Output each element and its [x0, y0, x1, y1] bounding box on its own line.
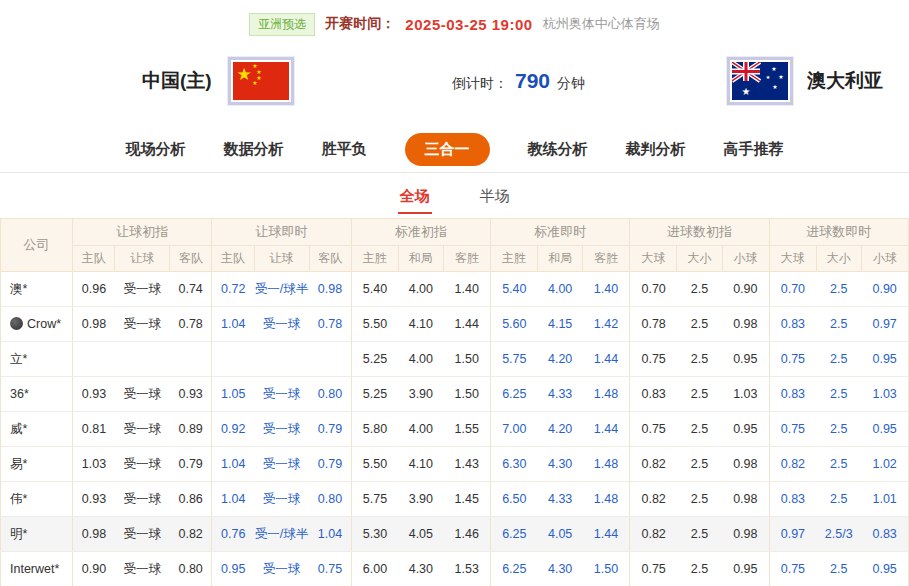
odds-cell[interactable]: 0.95	[861, 342, 908, 377]
odds-cell[interactable]: 受一球	[115, 307, 170, 342]
odds-cell[interactable]: 2.5	[677, 412, 722, 447]
odds-cell[interactable]: 1.43	[443, 447, 490, 482]
odds-cell[interactable]: 1.03	[861, 377, 908, 412]
odds-cell[interactable]: 5.50	[351, 447, 398, 482]
odds-cell[interactable]: 2.5	[816, 552, 861, 586]
odds-cell[interactable]: 5.25	[351, 377, 398, 412]
odds-cell[interactable]: 2.5/3	[816, 517, 861, 552]
company-cell[interactable]: Interwet*	[1, 552, 73, 586]
odds-cell[interactable]: 2.5	[816, 307, 861, 342]
odds-cell[interactable]: 0.79	[170, 447, 212, 482]
odds-cell[interactable]: 0.75	[630, 552, 677, 586]
odds-cell[interactable]: 0.90	[861, 272, 908, 307]
odds-cell[interactable]: 1.04	[212, 447, 254, 482]
odds-cell[interactable]: 0.95	[861, 552, 908, 586]
odds-cell[interactable]: 2.5	[677, 482, 722, 517]
odds-cell[interactable]: 0.82	[769, 447, 816, 482]
odds-cell[interactable]: 1.48	[583, 482, 630, 517]
odds-cell[interactable]: 0.98	[722, 517, 769, 552]
odds-cell[interactable]: 1.48	[583, 377, 630, 412]
nav-tab[interactable]: 裁判分析	[626, 140, 686, 159]
odds-cell[interactable]: 受一球	[254, 447, 309, 482]
odds-cell[interactable]: 0.70	[769, 272, 816, 307]
odds-cell[interactable]: 1.40	[443, 272, 490, 307]
odds-cell[interactable]: 受一球	[115, 552, 170, 586]
odds-cell[interactable]: 1.44	[583, 517, 630, 552]
odds-cell[interactable]: 0.95	[861, 412, 908, 447]
odds-cell[interactable]: 4.05	[398, 517, 443, 552]
odds-cell[interactable]: 1.46	[443, 517, 490, 552]
odds-cell[interactable]: 6.25	[491, 552, 538, 586]
odds-cell[interactable]: 受一球	[254, 307, 309, 342]
odds-cell[interactable]: 4.10	[398, 307, 443, 342]
odds-cell[interactable]: 2.5	[816, 482, 861, 517]
odds-cell[interactable]: 0.78	[309, 307, 351, 342]
odds-cell[interactable]: 0.98	[309, 272, 351, 307]
odds-cell[interactable]: 4.15	[538, 307, 583, 342]
odds-cell[interactable]: 0.72	[212, 272, 254, 307]
odds-cell[interactable]: 4.30	[398, 552, 443, 586]
company-cell[interactable]: 伟*	[1, 482, 73, 517]
odds-cell[interactable]: 7.00	[491, 412, 538, 447]
odds-cell[interactable]: 2.5	[677, 377, 722, 412]
odds-cell[interactable]: 2.5	[816, 342, 861, 377]
odds-cell[interactable]: 6.00	[351, 552, 398, 586]
odds-cell[interactable]: 0.97	[769, 517, 816, 552]
odds-cell[interactable]: 1.55	[443, 412, 490, 447]
odds-cell[interactable]: 4.00	[398, 412, 443, 447]
odds-cell[interactable]: 2.5	[816, 447, 861, 482]
odds-cell[interactable]: 1.04	[212, 482, 254, 517]
odds-cell[interactable]: 5.80	[351, 412, 398, 447]
odds-cell[interactable]: 0.74	[170, 272, 212, 307]
odds-cell[interactable]: 0.83	[769, 482, 816, 517]
odds-cell[interactable]: 0.98	[722, 307, 769, 342]
odds-cell[interactable]: 2.5	[677, 342, 722, 377]
odds-cell[interactable]: 0.93	[73, 377, 115, 412]
odds-cell[interactable]: 0.93	[73, 482, 115, 517]
odds-cell[interactable]: 0.92	[212, 412, 254, 447]
odds-cell[interactable]: 4.00	[398, 342, 443, 377]
odds-cell[interactable]: 2.5	[677, 272, 722, 307]
odds-cell[interactable]: 5.25	[351, 342, 398, 377]
company-cell[interactable]: 立*	[1, 342, 73, 377]
odds-cell[interactable]: 1.50	[583, 552, 630, 586]
company-cell[interactable]: 威*	[1, 412, 73, 447]
odds-cell[interactable]: 3.90	[398, 377, 443, 412]
odds-cell[interactable]: 5.60	[491, 307, 538, 342]
odds-cell[interactable]: 2.5	[816, 272, 861, 307]
odds-cell[interactable]: 0.83	[630, 377, 677, 412]
odds-cell[interactable]: 4.30	[538, 552, 583, 586]
odds-cell[interactable]: 1.02	[861, 447, 908, 482]
odds-cell[interactable]: 0.98	[73, 517, 115, 552]
odds-cell[interactable]: 受一/球半	[254, 272, 309, 307]
odds-cell[interactable]: 0.95	[722, 552, 769, 586]
odds-cell[interactable]: 4.33	[538, 377, 583, 412]
odds-cell[interactable]	[170, 342, 212, 377]
odds-cell[interactable]: 0.75	[769, 412, 816, 447]
odds-cell[interactable]	[254, 342, 309, 377]
odds-cell[interactable]: 0.70	[630, 272, 677, 307]
odds-cell[interactable]: 2.5	[816, 377, 861, 412]
odds-cell[interactable]: 2.5	[816, 412, 861, 447]
odds-cell[interactable]: 1.03	[722, 377, 769, 412]
odds-cell[interactable]: 1.50	[443, 342, 490, 377]
odds-cell[interactable]: 0.79	[309, 412, 351, 447]
odds-cell[interactable]: 4.05	[538, 517, 583, 552]
odds-cell[interactable]: 1.53	[443, 552, 490, 586]
odds-cell[interactable]: 4.33	[538, 482, 583, 517]
odds-cell[interactable]: 2.5	[677, 447, 722, 482]
odds-cell[interactable]: 5.75	[491, 342, 538, 377]
odds-cell[interactable]: 受一球	[254, 377, 309, 412]
odds-cell[interactable]: 2.5	[677, 307, 722, 342]
odds-cell[interactable]: 0.98	[722, 447, 769, 482]
odds-cell[interactable]: 0.82	[630, 517, 677, 552]
odds-cell[interactable]: 5.30	[351, 517, 398, 552]
nav-tab[interactable]: 三合一	[405, 133, 490, 166]
odds-cell[interactable]: 0.90	[73, 552, 115, 586]
company-cell[interactable]: 澳*	[1, 272, 73, 307]
odds-cell[interactable]: 受一球	[115, 272, 170, 307]
odds-cell[interactable]: 0.78	[630, 307, 677, 342]
odds-cell[interactable]: 0.82	[170, 517, 212, 552]
nav-tab[interactable]: 高手推荐	[724, 140, 784, 159]
nav-tab[interactable]: 现场分析	[126, 140, 186, 159]
